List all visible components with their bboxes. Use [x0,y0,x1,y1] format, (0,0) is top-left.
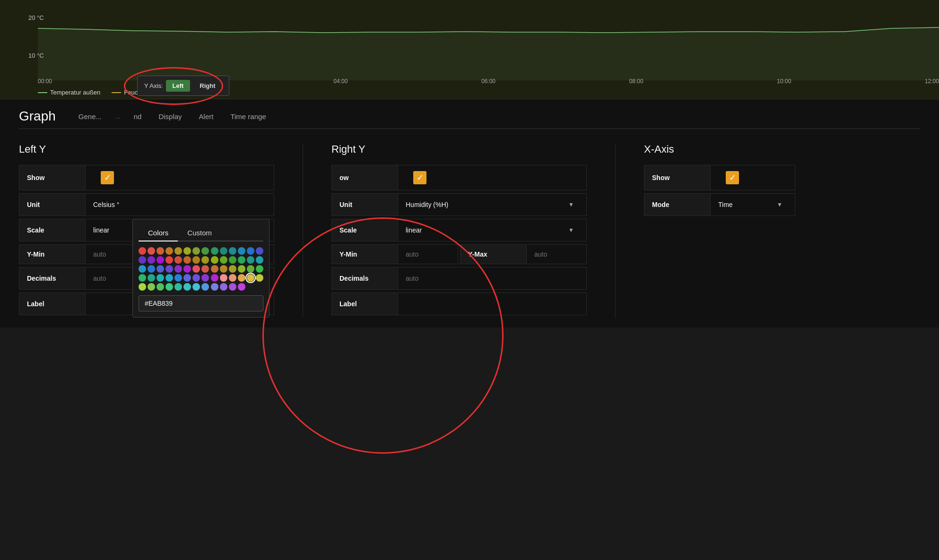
y-axis-right-button[interactable]: Right [193,80,222,92]
right-y-show-value: ✓ [398,165,586,190]
color-dot-34[interactable] [192,265,200,273]
color-dot-42[interactable] [139,274,146,282]
picker-tab-custom[interactable]: Custom [178,225,221,241]
color-dot-66[interactable] [229,283,236,291]
y-axis-left-button[interactable]: Left [166,80,191,92]
color-dot-16[interactable] [156,256,164,264]
x-label-2: 04:00 [333,78,348,85]
color-dot-41[interactable] [256,265,263,273]
color-dot-33[interactable] [183,265,191,273]
color-dot-51[interactable] [220,274,227,282]
color-dot-29[interactable] [148,265,155,273]
picker-tab-colors[interactable]: Colors [139,225,178,241]
color-dot-60[interactable] [174,283,182,291]
color-dot-52[interactable] [229,274,236,282]
left-y-decimals-label: Decimals [19,267,86,289]
color-dot-49[interactable] [201,274,209,282]
right-y-scale-select[interactable]: linear log [406,226,579,234]
color-dot-21[interactable] [201,256,209,264]
color-dot-25[interactable] [238,256,245,264]
color-dot-44[interactable] [156,274,164,282]
color-dot-53[interactable] [238,274,245,282]
color-dot-32[interactable] [174,265,182,273]
color-picker-popup: Colors Custom #EAB839 [132,219,270,318]
color-dot-7[interactable] [201,247,209,255]
color-dot-22[interactable] [211,256,218,264]
right-y-show-checkbox[interactable]: ✓ [413,171,426,184]
color-dot-19[interactable] [183,256,191,264]
color-dot-45[interactable] [165,274,173,282]
x-axis-show-checkbox[interactable]: ✓ [726,171,739,184]
color-dot-50[interactable] [211,274,218,282]
right-y-scale-select-wrap: linear log ▼ [406,226,579,234]
color-dot-1[interactable] [148,247,155,255]
color-dot-35[interactable] [201,265,209,273]
color-dot-23[interactable] [220,256,227,264]
picker-tabs: Colors Custom [139,225,263,241]
color-dot-65[interactable] [220,283,227,291]
color-dot-12[interactable] [247,247,254,255]
tab-alert[interactable]: Alert [195,111,217,122]
color-dot-64[interactable] [211,283,218,291]
right-y-min-input[interactable] [406,250,450,258]
color-grid-row1 [139,247,263,291]
color-dot-54[interactable] [247,274,254,282]
tab-nd[interactable]: nd [130,111,146,122]
color-dot-18[interactable] [174,256,182,264]
color-dot-48[interactable] [192,274,200,282]
color-dot-62[interactable] [192,283,200,291]
x-axis-column: X-Axis Show ✓ Mode Time Series Histogram [644,143,795,318]
tab-timerange[interactable]: Time range [226,111,270,122]
color-dot-17[interactable] [165,256,173,264]
x-axis-mode-select[interactable]: Time Series Histogram [718,201,787,208]
left-y-show-checkbox[interactable]: ✓ [101,171,114,184]
color-dot-36[interactable] [211,265,218,273]
color-dot-15[interactable] [148,256,155,264]
color-dot-28[interactable] [139,265,146,273]
color-dot-11[interactable] [238,247,245,255]
color-dot-13[interactable] [256,247,263,255]
color-dot-40[interactable] [247,265,254,273]
color-dot-59[interactable] [165,283,173,291]
color-dot-56[interactable] [139,283,146,291]
color-dot-6[interactable] [192,247,200,255]
color-dot-38[interactable] [229,265,236,273]
color-dot-4[interactable] [174,247,182,255]
color-dot-55[interactable] [256,274,263,282]
tab-general[interactable]: Gene... [75,111,105,122]
color-dot-43[interactable] [148,274,155,282]
color-dot-30[interactable] [156,265,164,273]
color-dot-47[interactable] [183,274,191,282]
left-y-min-input[interactable] [93,250,138,258]
color-dot-67[interactable] [238,283,245,291]
right-y-decimals-input[interactable] [406,275,579,282]
color-dot-5[interactable] [183,247,191,255]
color-dot-2[interactable] [156,247,164,255]
right-y-min-label: Y-Min [332,245,398,264]
color-dot-26[interactable] [247,256,254,264]
color-dot-27[interactable] [256,256,263,264]
color-dot-3[interactable] [165,247,173,255]
color-dot-57[interactable] [148,283,155,291]
right-y-unit-select[interactable]: Humidity (%H) Celsius °C Fahrenheit °F [406,201,579,208]
color-dot-9[interactable] [220,247,227,255]
color-dot-39[interactable] [238,265,245,273]
color-dot-14[interactable] [139,256,146,264]
left-y-unit-label: Unit [19,194,86,215]
right-y-max-input[interactable] [534,250,579,258]
color-hex-input[interactable]: #EAB839 [139,295,263,311]
color-dot-63[interactable] [201,283,209,291]
color-dot-20[interactable] [192,256,200,264]
color-dot-58[interactable] [156,283,164,291]
tab-display[interactable]: Display [155,111,185,122]
color-dot-46[interactable] [174,274,182,282]
right-y-min-cell: Y-Min [331,244,458,264]
color-dot-10[interactable] [229,247,236,255]
right-y-label-input[interactable] [406,300,579,308]
color-dot-61[interactable] [183,283,191,291]
color-dot-37[interactable] [220,265,227,273]
color-dot-24[interactable] [229,256,236,264]
color-dot-31[interactable] [165,265,173,273]
color-dot-0[interactable] [139,247,146,255]
color-dot-8[interactable] [211,247,218,255]
